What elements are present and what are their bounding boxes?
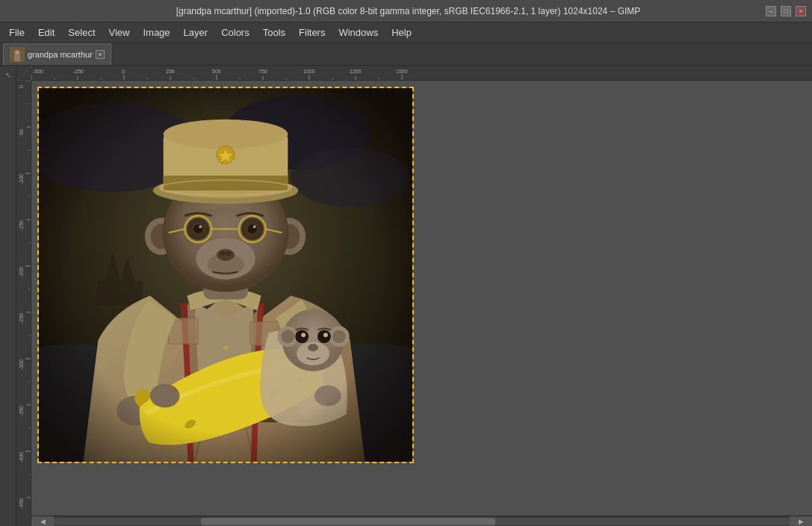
image-container (37, 87, 414, 463)
menu-bar: FileEditSelectViewImageLayerColorsToolsF… (0, 22, 812, 43)
h-scroll-thumb[interactable] (201, 518, 495, 525)
svg-text:-100: -100 (19, 174, 24, 185)
title-bar: [grandpa mcarthur] (imported)-1.0 (RGB c… (0, 0, 812, 22)
title-bar-text: [grandpa mcarthur] (imported)-1.0 (RGB c… (51, 6, 766, 16)
ruler-left: 0 -50 -100 -150 -200 -250 -300 -350 -400… (16, 81, 31, 526)
tab-label: grandpa mcarthur (28, 50, 93, 59)
left-toolbox: ↖ (0, 66, 16, 526)
svg-text:-400: -400 (19, 452, 24, 462)
svg-text:-300: -300 (19, 359, 24, 370)
h-scrollbar[interactable]: ◀ ▶ (31, 516, 812, 526)
svg-text:-500: -500 (33, 69, 43, 74)
tool-indicator: ↖ (2, 69, 14, 81)
svg-text:250: 250 (166, 69, 175, 74)
menu-item-layer[interactable]: Layer (178, 25, 214, 40)
ruler-top: -500 -250 0 250 500 750 1000 1250 1500 (31, 66, 812, 81)
menu-item-filters[interactable]: Filters (293, 25, 331, 40)
menu-item-help[interactable]: Help (385, 25, 418, 40)
window-controls: – □ × (766, 6, 806, 16)
svg-text:1000: 1000 (303, 69, 315, 74)
svg-rect-6 (31, 66, 812, 81)
tab-close-button[interactable]: × (96, 50, 105, 59)
tabs-bar: grandpa mcarthur × (0, 43, 812, 66)
image-tab[interactable]: grandpa mcarthur × (3, 43, 111, 65)
svg-rect-2 (14, 55, 20, 61)
svg-point-3 (16, 51, 19, 55)
svg-text:0: 0 (19, 85, 24, 88)
svg-text:-150: -150 (19, 220, 24, 231)
svg-text:1250: 1250 (350, 69, 362, 74)
tab-thumbnail (10, 47, 25, 62)
svg-text:-350: -350 (19, 406, 24, 416)
h-scroll-track[interactable] (54, 518, 790, 525)
svg-text:-250: -250 (19, 313, 24, 324)
menu-item-select[interactable]: Select (62, 25, 101, 40)
svg-text:750: 750 (258, 69, 267, 74)
ruler-corner (16, 66, 31, 81)
image-canvas (37, 87, 414, 463)
image-viewport[interactable] (31, 81, 812, 516)
restore-button[interactable]: □ (781, 6, 791, 16)
scroll-right-button[interactable]: ▶ (790, 516, 812, 526)
svg-text:0: 0 (122, 69, 125, 74)
menu-item-windows[interactable]: Windows (332, 25, 384, 40)
canvas-wrapper[interactable]: -500 -250 0 250 500 750 1000 1250 1500 (16, 66, 812, 526)
menu-item-file[interactable]: File (3, 25, 31, 40)
svg-text:1500: 1500 (396, 69, 408, 74)
scroll-left-button[interactable]: ◀ (31, 516, 54, 526)
menu-item-image[interactable]: Image (137, 25, 176, 40)
close-button[interactable]: × (796, 6, 806, 16)
portrait-image (39, 88, 412, 462)
menu-item-view[interactable]: View (103, 25, 136, 40)
svg-rect-132 (39, 88, 412, 462)
menu-item-tools[interactable]: Tools (257, 25, 291, 40)
svg-text:-250: -250 (73, 69, 84, 74)
minimize-button[interactable]: – (766, 6, 776, 16)
menu-item-edit[interactable]: Edit (32, 25, 61, 40)
svg-text:-200: -200 (19, 267, 24, 277)
menu-item-colors[interactable]: Colors (215, 25, 255, 40)
main-area: ↖ -500 -250 0 250 (0, 66, 812, 526)
svg-text:-450: -450 (19, 498, 24, 509)
svg-text:-50: -50 (19, 129, 24, 137)
svg-text:500: 500 (212, 69, 221, 74)
